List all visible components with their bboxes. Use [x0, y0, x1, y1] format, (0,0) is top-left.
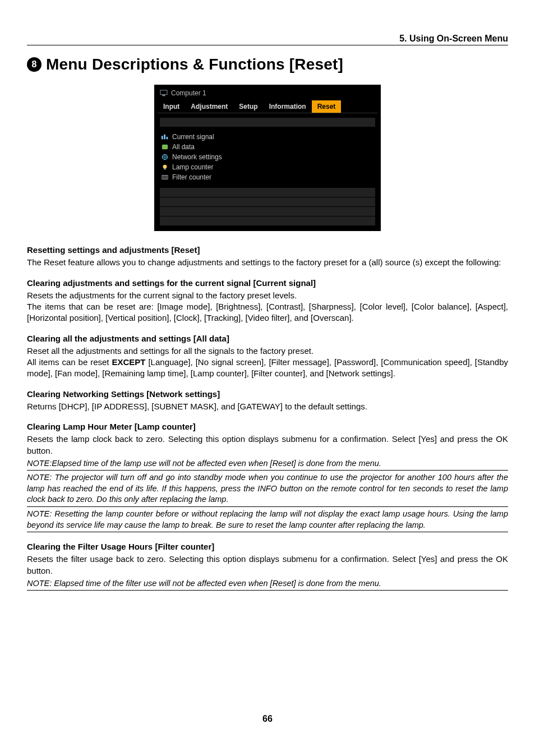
- osd-item-lamp-counter[interactable]: Lamp counter: [161, 162, 374, 172]
- osd-decor-strip: [160, 207, 375, 216]
- para: Resets the filter usage back to zero. Se…: [27, 554, 508, 577]
- text: All items can be reset: [27, 357, 112, 367]
- para: Reset all the adjustments and settings f…: [27, 345, 508, 357]
- osd-screenshot: Computer 1 Input Adjustment Setup Inform…: [154, 85, 381, 231]
- osd-item-label: Filter counter: [172, 173, 211, 181]
- svg-rect-2: [162, 136, 163, 139]
- page-title: Menu Descriptions & Functions [Reset]: [46, 56, 343, 73]
- heading-filter-counter: Clearing the Filter Usage Hours [Filter …: [27, 541, 508, 552]
- svg-rect-1: [162, 95, 165, 96]
- osd-item-list: Current signal All data Network settings…: [160, 127, 375, 188]
- heading-all-data: Clearing all the adjustments and setting…: [27, 333, 508, 344]
- page-number: 66: [27, 714, 508, 724]
- osd-item-label: Lamp counter: [172, 163, 213, 171]
- osd-item-label: All data: [172, 143, 195, 151]
- svg-rect-0: [160, 90, 167, 95]
- heading-reset: Resetting settings and adjustments [Rese…: [27, 245, 508, 256]
- osd-decor-strip: [160, 118, 375, 127]
- osd-item-all-data[interactable]: All data: [161, 142, 374, 152]
- osd-source-label: Computer 1: [171, 89, 206, 97]
- note: NOTE: Elapsed time of the filter use wil…: [27, 578, 508, 591]
- osd-item-network-settings[interactable]: Network settings: [161, 152, 374, 162]
- para: Returns [DHCP], [IP ADDRESS], [SUBNET MA…: [27, 401, 508, 412]
- tab-setup[interactable]: Setup: [233, 100, 263, 113]
- osd-decor-strip: [160, 197, 375, 206]
- osd-tabs: Input Adjustment Setup Information Reset: [158, 100, 377, 113]
- para-except: All items can be reset EXCEPT [Language]…: [27, 357, 508, 380]
- heading-current-signal: Clearing adjustments and settings for th…: [27, 278, 508, 289]
- note: NOTE:Elapsed time of the lamp use will n…: [27, 458, 508, 471]
- svg-rect-8: [164, 169, 165, 170]
- para: Resets the lamp clock back to zero. Sele…: [27, 434, 508, 457]
- monitor-icon: [160, 90, 168, 96]
- osd-source-row: Computer 1: [158, 88, 377, 100]
- para: Resets the adjustments for the current s…: [27, 290, 508, 301]
- tab-information[interactable]: Information: [264, 100, 312, 113]
- heading-lamp-counter: Clearing Lamp Hour Meter [Lamp counter]: [27, 421, 508, 432]
- content: Resetting settings and adjustments [Rese…: [27, 245, 508, 591]
- svg-point-7: [163, 165, 167, 169]
- data-icon: [161, 144, 169, 150]
- lamp-icon: [161, 164, 169, 170]
- osd-item-label: Network settings: [172, 153, 222, 161]
- osd-footer: [160, 188, 375, 225]
- tab-adjustment[interactable]: Adjustment: [185, 100, 233, 113]
- filter-icon: [161, 174, 169, 181]
- svg-rect-4: [167, 137, 168, 139]
- heading-network-settings: Clearing Networking Settings [Network se…: [27, 389, 508, 400]
- svg-rect-3: [164, 135, 165, 140]
- note: NOTE: The projector will turn off and go…: [27, 472, 508, 507]
- section-number-badge: 8: [27, 57, 41, 72]
- header-rule: [27, 45, 508, 45]
- osd-body: Current signal All data Network settings…: [158, 113, 377, 228]
- signal-icon: [161, 133, 169, 140]
- osd-item-filter-counter[interactable]: Filter counter: [161, 172, 374, 182]
- para: The items that can be reset are: [Image …: [27, 301, 508, 324]
- except-word: EXCEPT: [112, 357, 145, 367]
- osd-decor-strip: [160, 188, 375, 197]
- svg-rect-5: [162, 145, 168, 150]
- osd-item-label: Current signal: [172, 133, 214, 141]
- tab-input[interactable]: Input: [158, 100, 185, 113]
- note: NOTE: Resetting the lamp counter before …: [27, 508, 508, 532]
- globe-icon: [161, 154, 169, 160]
- page-title-row: 8 Menu Descriptions & Functions [Reset]: [27, 56, 508, 73]
- para: The Reset feature allows you to change a…: [27, 257, 508, 268]
- tab-reset[interactable]: Reset: [312, 100, 342, 113]
- osd-decor-strip: [160, 216, 375, 225]
- running-header: 5. Using On-Screen Menu: [27, 34, 508, 45]
- osd-item-current-signal[interactable]: Current signal: [161, 132, 374, 142]
